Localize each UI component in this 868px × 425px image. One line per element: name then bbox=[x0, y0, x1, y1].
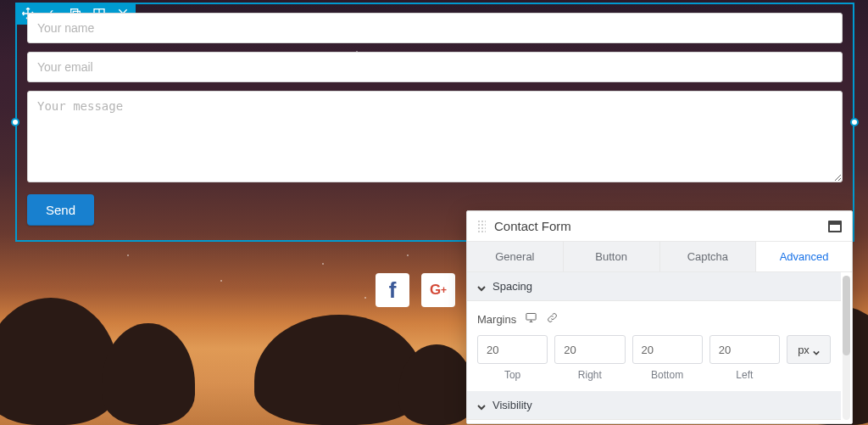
margin-right-input[interactable] bbox=[554, 335, 625, 364]
svg-rect-3 bbox=[526, 314, 536, 321]
gplus-sup: + bbox=[441, 284, 447, 296]
message-textarea[interactable] bbox=[27, 91, 843, 182]
link-icon[interactable] bbox=[546, 311, 559, 327]
unit-select[interactable]: px bbox=[787, 335, 831, 364]
margin-side-labels: Top Right Bottom Left bbox=[477, 369, 831, 381]
device-desktop-icon[interactable] bbox=[525, 311, 537, 327]
gplus-glyph: G bbox=[430, 282, 441, 299]
panel-title: Contact Form bbox=[494, 219, 571, 233]
section-spacing-label: Spacing bbox=[492, 280, 532, 293]
unit-value: px bbox=[798, 344, 810, 356]
google-plus-icon[interactable]: G+ bbox=[421, 273, 455, 307]
chevron-down-icon bbox=[813, 346, 820, 353]
section-visibility-label: Visibility bbox=[492, 399, 532, 411]
contact-form: Send bbox=[27, 13, 843, 226]
name-input[interactable] bbox=[27, 13, 843, 43]
selected-module-frame[interactable]: Send bbox=[15, 3, 854, 242]
facebook-icon[interactable]: f bbox=[376, 273, 409, 307]
margins-label: Margins bbox=[477, 313, 516, 326]
margin-top-input[interactable] bbox=[477, 335, 548, 364]
margin-bottom-input[interactable] bbox=[632, 335, 703, 364]
label-right: Right bbox=[554, 369, 625, 381]
label-bottom: Bottom bbox=[632, 369, 703, 381]
tab-general[interactable]: General bbox=[467, 242, 564, 271]
send-button[interactable]: Send bbox=[27, 194, 94, 226]
resize-handle-left[interactable] bbox=[11, 118, 19, 126]
panel-scrollbar[interactable] bbox=[843, 276, 850, 420]
label-left: Left bbox=[709, 369, 780, 381]
email-input[interactable] bbox=[27, 52, 843, 82]
tab-advanced[interactable]: Advanced bbox=[756, 242, 852, 271]
section-spacing-header[interactable]: Spacing bbox=[467, 272, 841, 301]
drag-handle-icon[interactable] bbox=[477, 220, 486, 233]
resize-handle-right[interactable] bbox=[850, 118, 859, 126]
margin-left-input[interactable] bbox=[709, 335, 780, 364]
social-icons: f G+ bbox=[376, 273, 455, 307]
panel-scrollbar-thumb[interactable] bbox=[843, 276, 850, 355]
panel-tabs: General Button Captcha Advanced bbox=[467, 242, 852, 272]
inspector-panel: Contact Form General Button Captcha Adva… bbox=[466, 210, 853, 424]
section-spacing-body: Margins px bbox=[467, 301, 841, 391]
margins-inputs: px bbox=[477, 335, 831, 364]
chevron-down-icon bbox=[477, 401, 486, 410]
panel-header[interactable]: Contact Form bbox=[467, 211, 852, 242]
panel-scroll[interactable]: Spacing Margins bbox=[467, 272, 841, 423]
window-icon[interactable] bbox=[828, 221, 842, 232]
tab-captcha[interactable]: Captcha bbox=[660, 242, 757, 271]
tab-button[interactable]: Button bbox=[564, 242, 660, 271]
label-top: Top bbox=[477, 369, 548, 381]
chevron-down-icon bbox=[477, 282, 486, 291]
section-visibility-header[interactable]: Visibility bbox=[467, 391, 841, 420]
